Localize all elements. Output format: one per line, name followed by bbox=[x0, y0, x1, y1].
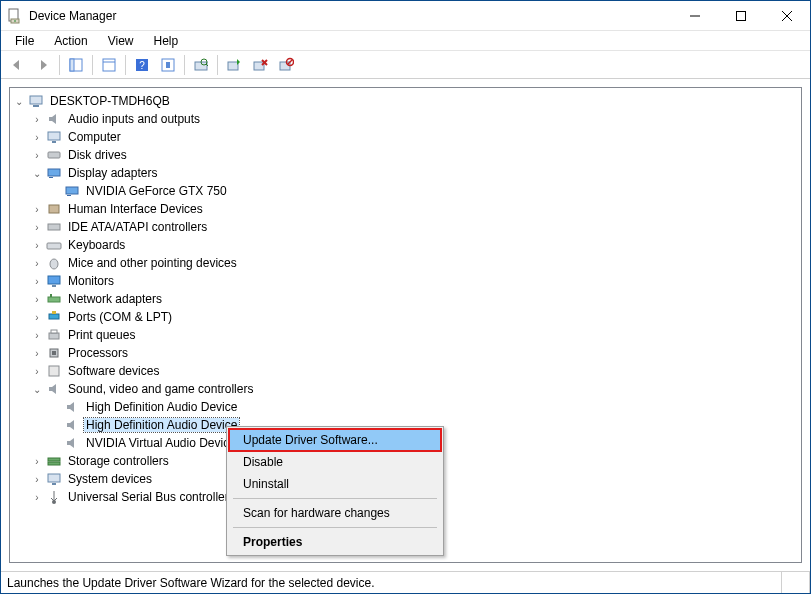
menu-action[interactable]: Action bbox=[46, 32, 95, 50]
expander-closed-icon[interactable]: › bbox=[30, 292, 44, 306]
svg-rect-24 bbox=[30, 96, 42, 104]
app-icon bbox=[7, 8, 23, 24]
ide-icon bbox=[46, 219, 62, 235]
svg-point-52 bbox=[52, 500, 56, 504]
svg-rect-50 bbox=[48, 474, 60, 482]
tree-root[interactable]: ⌄ DESKTOP-TMDH6QB bbox=[12, 92, 799, 110]
statusbar: Launches the Update Driver Software Wiza… bbox=[1, 571, 810, 593]
maximize-button[interactable] bbox=[718, 1, 764, 30]
context-uninstall[interactable]: Uninstall bbox=[229, 473, 441, 495]
expander-closed-icon[interactable]: › bbox=[30, 454, 44, 468]
tree-category-ports[interactable]: › Ports (COM & LPT) bbox=[12, 308, 799, 326]
expander-closed-icon[interactable]: › bbox=[30, 256, 44, 270]
update-driver-button[interactable] bbox=[222, 54, 246, 76]
display-adapter-icon bbox=[46, 165, 62, 181]
forward-button[interactable] bbox=[31, 54, 55, 76]
toolbar-separator bbox=[217, 55, 218, 75]
menubar: File Action View Help bbox=[1, 31, 810, 51]
tree-category-computer[interactable]: › Computer bbox=[12, 128, 799, 146]
svg-point-36 bbox=[50, 259, 58, 269]
expander-open-icon[interactable]: ⌄ bbox=[30, 166, 44, 180]
tree-category-hid[interactable]: › Human Interface Devices bbox=[12, 200, 799, 218]
svg-rect-41 bbox=[49, 314, 59, 319]
menu-help[interactable]: Help bbox=[146, 32, 187, 50]
expander-open-icon[interactable]: ⌄ bbox=[12, 94, 26, 108]
tree-category-disk[interactable]: › Disk drives bbox=[12, 146, 799, 164]
keyboard-icon bbox=[46, 237, 62, 253]
network-adapter-icon bbox=[46, 291, 62, 307]
tree-category-keyboards[interactable]: › Keyboards bbox=[12, 236, 799, 254]
tree-category-software[interactable]: › Software devices bbox=[12, 362, 799, 380]
speaker-icon bbox=[64, 399, 80, 415]
svg-text:?: ? bbox=[139, 60, 145, 71]
mouse-icon bbox=[46, 255, 62, 271]
context-disable[interactable]: Disable bbox=[229, 451, 441, 473]
svg-rect-34 bbox=[48, 224, 60, 230]
toolbar: ? bbox=[1, 51, 810, 79]
tree-category-ide[interactable]: › IDE ATA/ATAPI controllers bbox=[12, 218, 799, 236]
back-button[interactable] bbox=[5, 54, 29, 76]
context-scan[interactable]: Scan for hardware changes bbox=[229, 502, 441, 524]
uninstall-button[interactable] bbox=[248, 54, 272, 76]
expander-closed-icon[interactable]: › bbox=[30, 274, 44, 288]
tree-category-monitors[interactable]: › Monitors bbox=[12, 272, 799, 290]
svg-rect-43 bbox=[49, 333, 59, 339]
tree-device-gtx750[interactable]: NVIDIA GeForce GTX 750 bbox=[12, 182, 799, 200]
context-separator bbox=[233, 527, 437, 528]
expander-closed-icon[interactable]: › bbox=[30, 148, 44, 162]
tree-category-network[interactable]: › Network adapters bbox=[12, 290, 799, 308]
context-update-driver[interactable]: Update Driver Software... bbox=[229, 429, 441, 451]
monitor-icon bbox=[46, 129, 62, 145]
disable-button[interactable] bbox=[274, 54, 298, 76]
context-separator bbox=[233, 498, 437, 499]
tree-category-print[interactable]: › Print queues bbox=[12, 326, 799, 344]
expander-closed-icon[interactable]: › bbox=[30, 490, 44, 504]
svg-rect-48 bbox=[48, 458, 60, 461]
expander-open-icon[interactable]: ⌄ bbox=[30, 382, 44, 396]
tree-category-sound[interactable]: ⌄ Sound, video and game controllers bbox=[12, 380, 799, 398]
expander-closed-icon[interactable]: › bbox=[30, 238, 44, 252]
expander-closed-icon[interactable]: › bbox=[30, 202, 44, 216]
tree-device-hd-audio-1[interactable]: High Definition Audio Device bbox=[12, 398, 799, 416]
system-device-icon bbox=[46, 471, 62, 487]
tree-category-processors[interactable]: › Processors bbox=[12, 344, 799, 362]
menu-file[interactable]: File bbox=[7, 32, 42, 50]
expander-closed-icon[interactable]: › bbox=[30, 364, 44, 378]
expander-closed-icon[interactable]: › bbox=[30, 220, 44, 234]
toolbar-separator bbox=[92, 55, 93, 75]
expander-closed-icon[interactable]: › bbox=[30, 310, 44, 324]
action-button[interactable] bbox=[156, 54, 180, 76]
expander-closed-icon[interactable]: › bbox=[30, 346, 44, 360]
expander-closed-icon[interactable]: › bbox=[30, 112, 44, 126]
expander-closed-icon[interactable]: › bbox=[30, 130, 44, 144]
help-button[interactable]: ? bbox=[130, 54, 154, 76]
speaker-icon bbox=[64, 417, 80, 433]
context-properties[interactable]: Properties bbox=[229, 531, 441, 553]
expander-closed-icon[interactable]: › bbox=[30, 472, 44, 486]
tree-category-mice[interactable]: › Mice and other pointing devices bbox=[12, 254, 799, 272]
toolbar-separator bbox=[59, 55, 60, 75]
speaker-icon bbox=[46, 111, 62, 127]
window-controls bbox=[672, 1, 810, 30]
usb-icon bbox=[46, 489, 62, 505]
svg-rect-38 bbox=[52, 285, 56, 287]
software-device-icon bbox=[46, 363, 62, 379]
tree-category-display[interactable]: ⌄ Display adapters bbox=[12, 164, 799, 182]
minimize-button[interactable] bbox=[672, 1, 718, 30]
show-hide-tree-button[interactable] bbox=[64, 54, 88, 76]
toolbar-separator bbox=[125, 55, 126, 75]
device-manager-window: Device Manager File Action View Help ? bbox=[0, 0, 811, 594]
close-button[interactable] bbox=[764, 1, 810, 30]
computer-icon bbox=[28, 93, 44, 109]
svg-rect-8 bbox=[70, 59, 74, 71]
svg-rect-4 bbox=[737, 11, 746, 20]
scan-hardware-button[interactable] bbox=[189, 54, 213, 76]
menu-view[interactable]: View bbox=[100, 32, 142, 50]
svg-rect-37 bbox=[48, 276, 60, 284]
svg-rect-29 bbox=[48, 169, 60, 176]
expander-closed-icon[interactable]: › bbox=[30, 328, 44, 342]
properties-button[interactable] bbox=[97, 54, 121, 76]
cpu-icon bbox=[46, 345, 62, 361]
tree-category-audio-io[interactable]: › Audio inputs and outputs bbox=[12, 110, 799, 128]
svg-rect-51 bbox=[52, 483, 56, 485]
